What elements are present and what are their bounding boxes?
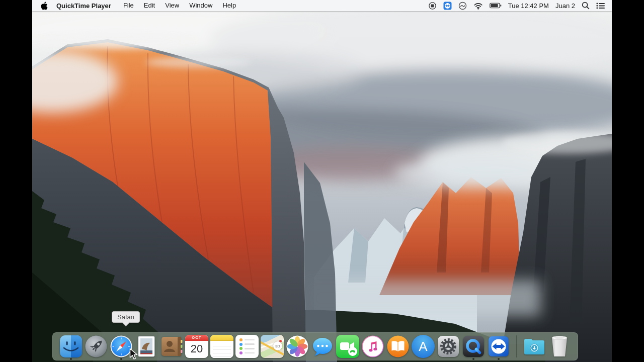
photos-icon xyxy=(286,335,309,358)
downloads-folder-icon xyxy=(523,335,546,358)
dock-item-trash[interactable] xyxy=(548,332,571,360)
dock-item-teamviewer[interactable] xyxy=(487,332,510,360)
dock-item-messages[interactable] xyxy=(311,332,334,360)
dock-item-maps[interactable]: 3D xyxy=(261,332,284,360)
menu-help[interactable]: Help xyxy=(217,0,241,11)
menu-window[interactable]: Window xyxy=(184,0,217,11)
teamviewer-menu-icon[interactable] xyxy=(443,0,452,11)
menu-bar-status-area: Tue 12:42 PM Juan 2 xyxy=(428,0,612,11)
finder-icon xyxy=(59,335,83,358)
launchpad-icon xyxy=(85,335,108,358)
wifi-icon[interactable] xyxy=(473,0,483,11)
dock-item-app-store[interactable]: A xyxy=(412,332,435,360)
mouse-cursor-arrow xyxy=(129,348,138,362)
calendar-day: 20 xyxy=(185,341,208,357)
dock-item-contacts[interactable] xyxy=(160,332,183,360)
calendar-month: OCT xyxy=(185,335,208,341)
trash-icon xyxy=(548,335,571,358)
facetime-icon xyxy=(336,335,359,358)
app-store-icon: A xyxy=(412,335,435,358)
ibooks-icon xyxy=(386,335,410,358)
dock-item-launchpad[interactable] xyxy=(85,332,108,360)
spotlight-search-icon[interactable] xyxy=(582,0,590,11)
dock-item-finder[interactable] xyxy=(59,332,83,360)
contacts-icon xyxy=(160,335,183,358)
menu-view[interactable]: View xyxy=(160,0,184,11)
dock-item-calendar[interactable]: OCT 20 xyxy=(185,332,208,360)
dock-item-downloads-folder[interactable] xyxy=(523,332,546,360)
notification-center-icon[interactable] xyxy=(596,0,605,11)
dock-tooltip: Safari xyxy=(112,311,140,323)
apple-icon xyxy=(41,2,48,10)
apple-menu[interactable] xyxy=(32,0,56,11)
system-preferences-icon xyxy=(437,335,460,358)
battery-icon[interactable] xyxy=(490,0,502,11)
menu-edit[interactable]: Edit xyxy=(139,0,160,11)
stop-recording-icon[interactable] xyxy=(428,0,437,11)
app-store-letter: A xyxy=(419,335,427,358)
teamviewer-icon xyxy=(487,335,510,358)
creative-cloud-icon[interactable] xyxy=(458,0,467,11)
video-frame: QuickTime Player File Edit View Window H… xyxy=(0,0,644,362)
dock-item-facetime[interactable] xyxy=(336,332,359,360)
notes-icon xyxy=(210,335,233,358)
menu-bar-left: QuickTime Player File Edit View Window H… xyxy=(32,0,241,11)
menu-file[interactable]: File xyxy=(118,0,139,11)
wallpaper-el-capitan xyxy=(32,11,612,362)
maps-icon: 3D xyxy=(261,335,284,358)
menu-bar: QuickTime Player File Edit View Window H… xyxy=(32,0,612,11)
itunes-icon xyxy=(361,335,384,358)
macos-desktop[interactable]: QuickTime Player File Edit View Window H… xyxy=(32,0,612,362)
dock-item-quicktime-player[interactable] xyxy=(462,332,485,360)
quicktime-icon xyxy=(462,335,485,358)
dock-item-ibooks[interactable] xyxy=(386,332,410,360)
reminders-icon xyxy=(235,335,259,358)
maps-3d-badge: 3D xyxy=(273,341,282,350)
dock-item-notes[interactable] xyxy=(210,332,233,360)
dock-item-system-preferences[interactable] xyxy=(437,332,460,360)
dock-item-reminders[interactable] xyxy=(235,332,259,360)
fast-user-switch-menu[interactable]: Juan 2 xyxy=(555,2,575,10)
messages-icon xyxy=(311,335,334,358)
dock-item-itunes[interactable] xyxy=(361,332,384,360)
dock-item-photos[interactable] xyxy=(286,332,309,360)
dock-separator xyxy=(516,335,517,357)
menu-bar-clock[interactable]: Tue 12:42 PM xyxy=(508,2,549,10)
calendar-icon: OCT 20 xyxy=(185,335,208,358)
active-app-name[interactable]: QuickTime Player xyxy=(56,2,118,10)
